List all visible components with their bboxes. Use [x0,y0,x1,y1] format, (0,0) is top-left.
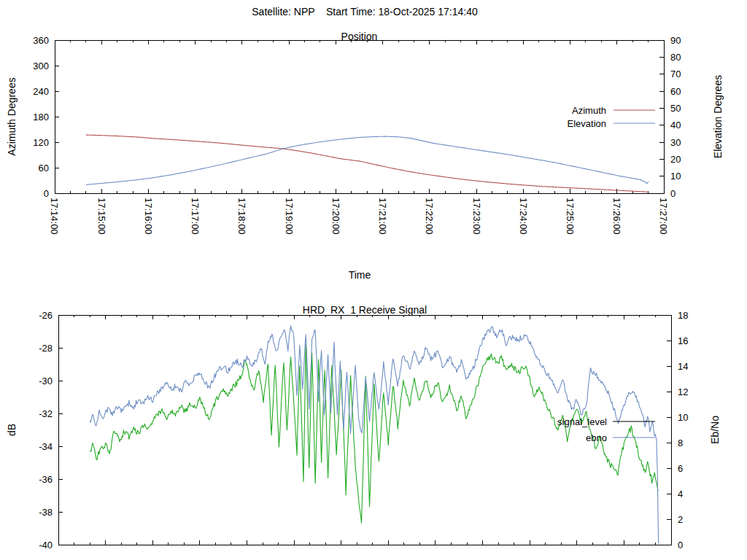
y-axis-title-left: Azimuth Degrees [6,77,18,155]
y-tick-label-right: 80 [670,52,681,63]
satellite-tracking-screen: Satellite: NPP Start Time: 18-Oct-2025 1… [0,0,747,560]
y-tick-label-left: -32 [39,408,53,419]
x-tick-label: 17:23:00 [471,198,482,235]
y-tick-label-right: 4 [678,489,683,499]
y-tick-label-left: -26 [39,310,53,321]
y-tick-label-left: 60 [39,163,49,174]
x-tick-label: 17:14:00 [49,198,60,235]
x-tick-label: 17:24:00 [518,198,529,235]
y-tick-label-right: 30 [670,137,681,148]
y-tick-label-right: 14 [678,361,688,372]
series-ebno [90,326,658,543]
y-tick-label-left: 120 [33,137,49,148]
x-tick-label: 17:21:00 [377,198,388,235]
y-tick-label-left: -36 [39,474,53,485]
y-tick-label-right: 10 [678,412,688,423]
series-signal_level [90,344,658,524]
series-azimuth [86,135,649,192]
y-tick-label-right: 90 [670,35,681,46]
y-tick-label-right: 8 [678,438,683,448]
y-axis-title-right: Eb/No [709,416,721,444]
y-tick-label-right: 0 [670,188,676,199]
legend-label-azimuth: Azimuth [572,105,606,116]
y-tick-label-left: -40 [39,540,53,551]
y-tick-label-right: 70 [670,69,681,79]
y-axis-title-right: Elevation Degrees [712,75,724,158]
y-tick-label-right: 50 [670,103,681,114]
y-tick-label-right: 12 [678,386,688,397]
y-tick-label-right: 40 [670,120,681,131]
axes [55,40,664,193]
y-tick-label-left: -30 [39,376,53,386]
y-tick-label-right: 18 [678,310,688,321]
charts-canvas: 17:14:0017:15:0017:16:0017:17:0017:18:00… [0,0,747,560]
x-tick-label: 17:18:00 [236,198,247,235]
y-tick-label-right: 6 [678,463,683,474]
y-tick-label-left: 300 [33,61,49,71]
legend: signal_levelebno [557,416,655,443]
x-tick-label: 17:25:00 [565,198,576,235]
y-tick-label-left: 180 [33,112,49,122]
legend-label-signal_level: signal_level [557,416,607,427]
legend: AzimuthElevation [568,105,655,129]
x-tick-label: 17:17:00 [190,198,201,235]
y-tick-label-left: -34 [39,441,53,452]
plot-border [55,40,664,193]
plot-border [58,315,671,545]
chart-title: HRD_RX_1 Receive Signal [303,304,427,316]
y-tick-label-right: 60 [670,86,681,97]
x-tick-label: 17:19:00 [284,198,295,235]
y-tick-label-left: -28 [39,343,53,354]
x-tick-label: 17:15:00 [96,198,107,235]
y-tick-label-right: 2 [678,514,683,525]
legend-label-ebno: ebno [586,432,607,443]
x-tick-label: 17:27:00 [658,198,669,235]
y-tick-label-left: 0 [44,188,49,199]
chart-position: 17:14:0017:15:0017:16:0017:17:0017:18:00… [6,31,724,281]
chart-receive-signal: -40-38-36-34-32-30-28-26024681012141618H… [6,304,721,551]
series-elevation [86,136,649,184]
y-axis-title-left: dB [6,424,18,436]
x-tick-label: 17:26:00 [611,198,622,235]
x-axis-title: Time [349,269,371,281]
y-tick-label-right: 20 [670,154,681,165]
x-tick-label: 17:16:00 [143,198,154,235]
x-tick-label: 17:22:00 [424,198,435,235]
y-tick-label-right: 16 [678,335,688,346]
y-tick-label-right: 10 [670,171,681,182]
axes [58,315,671,545]
y-tick-label-left: 360 [33,35,49,46]
chart-title: Position [341,31,378,42]
legend-label-elevation: Elevation [568,118,606,129]
y-tick-label-left: 240 [33,86,49,97]
x-tick-label: 17:20:00 [330,198,341,235]
y-tick-label-left: -38 [39,507,53,518]
y-tick-label-right: 0 [678,540,683,551]
